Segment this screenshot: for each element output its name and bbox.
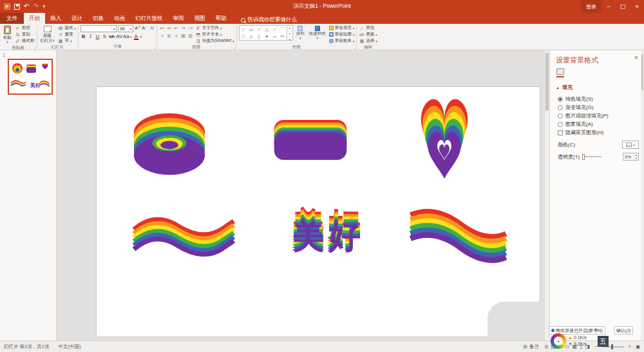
qat-dropdown-icon[interactable]: ▾ [43, 3, 46, 10]
radio-icon[interactable] [558, 122, 563, 127]
tab-animations[interactable]: 动画 [109, 13, 130, 24]
shape-arc-icon[interactable]: ⌒ [279, 26, 287, 33]
shape-outline-button[interactable]: 形状轮廓▾ [329, 32, 355, 37]
tab-insert[interactable]: 插入 [45, 13, 66, 24]
zoom-slider-thumb[interactable] [611, 344, 613, 349]
canvas-scrollbar[interactable] [544, 50, 549, 340]
rainbow-heart-shape[interactable] [410, 92, 479, 182]
text-direction-button[interactable]: ⇵文字方向▾ [195, 25, 234, 31]
bullets-icon[interactable]: •≡ [159, 26, 165, 30]
paste-button[interactable]: 粘贴▾ [2, 25, 13, 44]
reset-button[interactable]: ↺重置 [58, 32, 77, 37]
align-text-button[interactable]: ⬒对齐文本▾ [195, 32, 234, 37]
transparency-slider[interactable] [582, 156, 601, 157]
section-button[interactable]: ▦节▾ [58, 38, 77, 44]
radio-icon[interactable] [558, 97, 563, 102]
tab-design[interactable]: 设计 [66, 13, 88, 24]
shape-square-icon[interactable]: □ [240, 33, 247, 40]
font-size-combo[interactable]: 96▾ [118, 25, 133, 32]
underline-button[interactable]: U [95, 34, 100, 39]
radio-icon[interactable] [558, 113, 563, 119]
fill-bucket-icon[interactable] [556, 68, 564, 75]
canvas-scrollbar-thumb[interactable] [545, 53, 549, 111]
rainbow-ring-shape[interactable] [130, 106, 209, 182]
line-spacing-icon[interactable]: ↕≡ [187, 26, 193, 30]
tab-transitions[interactable]: 切换 [88, 13, 109, 24]
find-button[interactable]: ⌕查找 [359, 25, 377, 31]
shape-star-icon[interactable]: ☆ [240, 26, 247, 33]
option-gradient-fill[interactable]: 渐变填充(G) [558, 104, 594, 111]
option-hide-background[interactable]: 隐藏背景图形(H) [558, 129, 603, 136]
align-center-icon[interactable]: ≣ [166, 34, 172, 38]
shape-star2-icon[interactable]: ✦ [263, 33, 270, 40]
shapes-gallery[interactable]: ☆ ▭ ○ △ ⟋ ⌒ □ ◇ ⬯ ✦ ⇨ 〜 ▲▼▼ [239, 25, 293, 41]
gallery-scroll[interactable]: ▲▼▼ [287, 26, 292, 40]
pane-scrollbar-thumb[interactable] [641, 54, 643, 90]
word-art-text[interactable]: 美好 [280, 213, 377, 260]
new-slide-button[interactable]: 新建 幻灯片▾ [39, 25, 56, 44]
slide-canvas-area[interactable]: 美好 [57, 50, 544, 340]
language-indicator[interactable]: 中文(中国) [58, 344, 80, 350]
pane-scrollbar[interactable] [641, 50, 644, 340]
zoom-out-button[interactable]: − [594, 344, 597, 349]
arrange-button[interactable]: 排列▾ [295, 25, 306, 41]
spin-down-icon[interactable]: ▼ [634, 157, 638, 160]
sign-in-button[interactable]: 登录 [581, 0, 601, 13]
shape-arrow-icon[interactable]: ⇨ [270, 33, 278, 40]
save-icon[interactable] [14, 4, 20, 10]
italic-button[interactable]: I [88, 34, 93, 39]
shape-circle-icon[interactable]: ○ [255, 26, 263, 33]
shape-effects-button[interactable]: 形状效果▾ [329, 38, 355, 44]
close-button[interactable]: × [630, 0, 644, 13]
option-pattern-fill[interactable]: 图案填充(A) [558, 121, 593, 128]
rainbow-wave-left-shape[interactable] [124, 213, 243, 260]
grow-font-button[interactable]: A⁺ [135, 25, 140, 32]
fill-section-header[interactable]: ▲ 填充 [556, 84, 573, 91]
minimize-button[interactable]: – [601, 0, 616, 13]
option-picture-fill[interactable]: 图片或纹理填充(P) [558, 112, 609, 119]
shape-line-icon[interactable]: ⟋ [270, 26, 278, 33]
smartart-button[interactable]: ⇶转换为SmartArt▾ [195, 38, 234, 44]
char-spacing-button[interactable]: A︎V [116, 34, 122, 39]
tab-home[interactable]: 开始 [24, 13, 45, 24]
tab-help[interactable]: 帮助 [211, 13, 232, 24]
shape-triangle-icon[interactable]: △ [263, 26, 270, 33]
align-right-icon[interactable]: ≡ [173, 34, 179, 38]
justify-icon[interactable]: ▤ [180, 34, 186, 38]
font-dialog-launcher[interactable]: ⌟ [154, 45, 156, 49]
increase-indent-icon[interactable]: ⇥ [180, 26, 186, 30]
replace-button[interactable]: ab替换▾ [359, 32, 377, 37]
option-solid-fill[interactable]: 纯色填充(S) [558, 95, 593, 103]
zoom-in-button[interactable]: + [629, 344, 631, 349]
undo-icon[interactable]: ↶ [24, 3, 29, 10]
numbering-icon[interactable]: ≔ [166, 26, 172, 30]
tell-me-box[interactable]: 告诉我你想要做什么 [241, 16, 298, 24]
align-left-icon[interactable]: ≡ [159, 34, 165, 38]
slider-thumb[interactable] [582, 154, 585, 160]
shape-oval-icon[interactable]: ⬯ [255, 33, 263, 40]
paragraph-dialog-launcher[interactable]: ⌟ [234, 45, 236, 49]
network-speed-ball[interactable] [551, 333, 566, 349]
clear-format-button[interactable]: A̸ [149, 25, 155, 32]
shadow-button[interactable]: S [102, 34, 108, 39]
strikethrough-button[interactable]: ab [109, 34, 115, 39]
tab-slideshow[interactable]: 幻灯片放映 [130, 13, 168, 24]
color-picker-button[interactable]: ▾ [622, 141, 639, 149]
powerpoint-app-icon[interactable]: P [4, 3, 10, 10]
decrease-indent-icon[interactable]: ⇤ [173, 26, 179, 30]
ime-indicator[interactable]: 五 [598, 336, 609, 347]
rainbow-roundrect-shape[interactable] [272, 120, 349, 161]
select-button[interactable]: ▦选择▾ [359, 38, 377, 44]
rainbow-wave-right-shape[interactable] [407, 206, 510, 266]
tab-view[interactable]: 视图 [189, 13, 211, 24]
transparency-spinbox[interactable]: 0% ▲▼ [623, 153, 639, 161]
shape-rect-icon[interactable]: ▭ [247, 26, 255, 33]
clipboard-dialog-launcher[interactable]: ⌟ [34, 45, 36, 49]
shape-fill-button[interactable]: 形状填充▾ [329, 25, 355, 31]
cut-button[interactable]: ✂剪切 [15, 25, 35, 31]
bold-button[interactable]: B [80, 34, 86, 39]
quick-styles-button[interactable]: 快速样式▾ [308, 25, 327, 41]
fit-slide-button[interactable]: ▣ [636, 344, 640, 349]
drawing-dialog-launcher[interactable]: ⌟ [354, 45, 355, 49]
maximize-button[interactable]: ▢ [616, 0, 630, 13]
